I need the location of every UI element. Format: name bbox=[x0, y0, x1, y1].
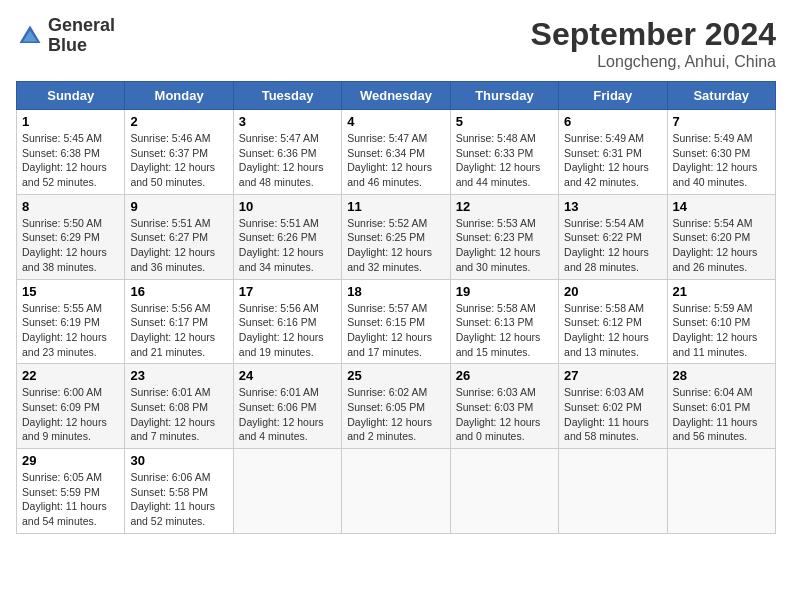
day-info: Sunrise: 6:01 AM Sunset: 6:06 PM Dayligh… bbox=[239, 385, 336, 444]
header-cell-wednesday: Wednesday bbox=[342, 82, 450, 110]
page-header: General Blue September 2024 Longcheng, A… bbox=[16, 16, 776, 71]
day-number: 21 bbox=[673, 284, 770, 299]
day-info: Sunrise: 5:53 AM Sunset: 6:23 PM Dayligh… bbox=[456, 216, 553, 275]
calendar-header: SundayMondayTuesdayWednesdayThursdayFrid… bbox=[17, 82, 776, 110]
day-number: 9 bbox=[130, 199, 227, 214]
calendar-week-3: 15Sunrise: 5:55 AM Sunset: 6:19 PM Dayli… bbox=[17, 279, 776, 364]
day-info: Sunrise: 5:51 AM Sunset: 6:26 PM Dayligh… bbox=[239, 216, 336, 275]
calendar-week-2: 8Sunrise: 5:50 AM Sunset: 6:29 PM Daylig… bbox=[17, 194, 776, 279]
calendar-cell: 27Sunrise: 6:03 AM Sunset: 6:02 PM Dayli… bbox=[559, 364, 667, 449]
calendar-cell: 26Sunrise: 6:03 AM Sunset: 6:03 PM Dayli… bbox=[450, 364, 558, 449]
day-info: Sunrise: 5:55 AM Sunset: 6:19 PM Dayligh… bbox=[22, 301, 119, 360]
calendar-cell: 22Sunrise: 6:00 AM Sunset: 6:09 PM Dayli… bbox=[17, 364, 125, 449]
header-cell-thursday: Thursday bbox=[450, 82, 558, 110]
day-number: 22 bbox=[22, 368, 119, 383]
month-title: September 2024 bbox=[531, 16, 776, 53]
day-number: 23 bbox=[130, 368, 227, 383]
day-number: 27 bbox=[564, 368, 661, 383]
calendar-cell: 9Sunrise: 5:51 AM Sunset: 6:27 PM Daylig… bbox=[125, 194, 233, 279]
calendar-cell bbox=[559, 449, 667, 534]
day-info: Sunrise: 6:00 AM Sunset: 6:09 PM Dayligh… bbox=[22, 385, 119, 444]
header-cell-saturday: Saturday bbox=[667, 82, 775, 110]
day-number: 17 bbox=[239, 284, 336, 299]
calendar-cell: 20Sunrise: 5:58 AM Sunset: 6:12 PM Dayli… bbox=[559, 279, 667, 364]
day-number: 16 bbox=[130, 284, 227, 299]
calendar-cell: 18Sunrise: 5:57 AM Sunset: 6:15 PM Dayli… bbox=[342, 279, 450, 364]
day-number: 1 bbox=[22, 114, 119, 129]
day-info: Sunrise: 5:59 AM Sunset: 6:10 PM Dayligh… bbox=[673, 301, 770, 360]
calendar-cell: 11Sunrise: 5:52 AM Sunset: 6:25 PM Dayli… bbox=[342, 194, 450, 279]
day-info: Sunrise: 6:05 AM Sunset: 5:59 PM Dayligh… bbox=[22, 470, 119, 529]
header-cell-sunday: Sunday bbox=[17, 82, 125, 110]
day-number: 2 bbox=[130, 114, 227, 129]
logo-text: General Blue bbox=[48, 16, 115, 56]
day-number: 25 bbox=[347, 368, 444, 383]
calendar-cell bbox=[667, 449, 775, 534]
calendar-cell: 10Sunrise: 5:51 AM Sunset: 6:26 PM Dayli… bbox=[233, 194, 341, 279]
calendar-cell: 7Sunrise: 5:49 AM Sunset: 6:30 PM Daylig… bbox=[667, 110, 775, 195]
day-number: 8 bbox=[22, 199, 119, 214]
day-number: 20 bbox=[564, 284, 661, 299]
day-info: Sunrise: 5:47 AM Sunset: 6:34 PM Dayligh… bbox=[347, 131, 444, 190]
calendar-cell: 21Sunrise: 5:59 AM Sunset: 6:10 PM Dayli… bbox=[667, 279, 775, 364]
day-info: Sunrise: 5:57 AM Sunset: 6:15 PM Dayligh… bbox=[347, 301, 444, 360]
calendar-body: 1Sunrise: 5:45 AM Sunset: 6:38 PM Daylig… bbox=[17, 110, 776, 534]
calendar-cell: 29Sunrise: 6:05 AM Sunset: 5:59 PM Dayli… bbox=[17, 449, 125, 534]
calendar-cell: 13Sunrise: 5:54 AM Sunset: 6:22 PM Dayli… bbox=[559, 194, 667, 279]
day-info: Sunrise: 5:49 AM Sunset: 6:30 PM Dayligh… bbox=[673, 131, 770, 190]
calendar-cell: 30Sunrise: 6:06 AM Sunset: 5:58 PM Dayli… bbox=[125, 449, 233, 534]
day-info: Sunrise: 6:01 AM Sunset: 6:08 PM Dayligh… bbox=[130, 385, 227, 444]
calendar-cell: 1Sunrise: 5:45 AM Sunset: 6:38 PM Daylig… bbox=[17, 110, 125, 195]
day-info: Sunrise: 5:47 AM Sunset: 6:36 PM Dayligh… bbox=[239, 131, 336, 190]
day-number: 18 bbox=[347, 284, 444, 299]
header-cell-monday: Monday bbox=[125, 82, 233, 110]
day-number: 3 bbox=[239, 114, 336, 129]
day-number: 10 bbox=[239, 199, 336, 214]
day-number: 19 bbox=[456, 284, 553, 299]
calendar-cell: 5Sunrise: 5:48 AM Sunset: 6:33 PM Daylig… bbox=[450, 110, 558, 195]
day-number: 26 bbox=[456, 368, 553, 383]
day-number: 30 bbox=[130, 453, 227, 468]
day-number: 29 bbox=[22, 453, 119, 468]
calendar-cell: 28Sunrise: 6:04 AM Sunset: 6:01 PM Dayli… bbox=[667, 364, 775, 449]
day-number: 7 bbox=[673, 114, 770, 129]
calendar-cell: 12Sunrise: 5:53 AM Sunset: 6:23 PM Dayli… bbox=[450, 194, 558, 279]
day-info: Sunrise: 5:51 AM Sunset: 6:27 PM Dayligh… bbox=[130, 216, 227, 275]
title-area: September 2024 Longcheng, Anhui, China bbox=[531, 16, 776, 71]
day-info: Sunrise: 5:54 AM Sunset: 6:22 PM Dayligh… bbox=[564, 216, 661, 275]
day-info: Sunrise: 6:06 AM Sunset: 5:58 PM Dayligh… bbox=[130, 470, 227, 529]
logo: General Blue bbox=[16, 16, 115, 56]
day-info: Sunrise: 6:02 AM Sunset: 6:05 PM Dayligh… bbox=[347, 385, 444, 444]
day-info: Sunrise: 5:45 AM Sunset: 6:38 PM Dayligh… bbox=[22, 131, 119, 190]
day-number: 28 bbox=[673, 368, 770, 383]
calendar-cell: 15Sunrise: 5:55 AM Sunset: 6:19 PM Dayli… bbox=[17, 279, 125, 364]
day-info: Sunrise: 5:48 AM Sunset: 6:33 PM Dayligh… bbox=[456, 131, 553, 190]
calendar-week-4: 22Sunrise: 6:00 AM Sunset: 6:09 PM Dayli… bbox=[17, 364, 776, 449]
day-number: 24 bbox=[239, 368, 336, 383]
day-info: Sunrise: 5:52 AM Sunset: 6:25 PM Dayligh… bbox=[347, 216, 444, 275]
day-info: Sunrise: 5:50 AM Sunset: 6:29 PM Dayligh… bbox=[22, 216, 119, 275]
calendar-cell: 14Sunrise: 5:54 AM Sunset: 6:20 PM Dayli… bbox=[667, 194, 775, 279]
day-info: Sunrise: 5:49 AM Sunset: 6:31 PM Dayligh… bbox=[564, 131, 661, 190]
calendar-cell: 25Sunrise: 6:02 AM Sunset: 6:05 PM Dayli… bbox=[342, 364, 450, 449]
calendar-cell: 2Sunrise: 5:46 AM Sunset: 6:37 PM Daylig… bbox=[125, 110, 233, 195]
calendar-cell: 16Sunrise: 5:56 AM Sunset: 6:17 PM Dayli… bbox=[125, 279, 233, 364]
day-info: Sunrise: 5:56 AM Sunset: 6:17 PM Dayligh… bbox=[130, 301, 227, 360]
day-number: 6 bbox=[564, 114, 661, 129]
day-info: Sunrise: 5:54 AM Sunset: 6:20 PM Dayligh… bbox=[673, 216, 770, 275]
day-number: 14 bbox=[673, 199, 770, 214]
day-info: Sunrise: 6:04 AM Sunset: 6:01 PM Dayligh… bbox=[673, 385, 770, 444]
day-info: Sunrise: 5:58 AM Sunset: 6:13 PM Dayligh… bbox=[456, 301, 553, 360]
header-cell-tuesday: Tuesday bbox=[233, 82, 341, 110]
day-info: Sunrise: 6:03 AM Sunset: 6:03 PM Dayligh… bbox=[456, 385, 553, 444]
day-number: 11 bbox=[347, 199, 444, 214]
calendar-cell: 6Sunrise: 5:49 AM Sunset: 6:31 PM Daylig… bbox=[559, 110, 667, 195]
location: Longcheng, Anhui, China bbox=[531, 53, 776, 71]
calendar-table: SundayMondayTuesdayWednesdayThursdayFrid… bbox=[16, 81, 776, 534]
day-info: Sunrise: 5:58 AM Sunset: 6:12 PM Dayligh… bbox=[564, 301, 661, 360]
header-row: SundayMondayTuesdayWednesdayThursdayFrid… bbox=[17, 82, 776, 110]
calendar-cell: 19Sunrise: 5:58 AM Sunset: 6:13 PM Dayli… bbox=[450, 279, 558, 364]
day-number: 12 bbox=[456, 199, 553, 214]
calendar-cell bbox=[342, 449, 450, 534]
day-info: Sunrise: 6:03 AM Sunset: 6:02 PM Dayligh… bbox=[564, 385, 661, 444]
